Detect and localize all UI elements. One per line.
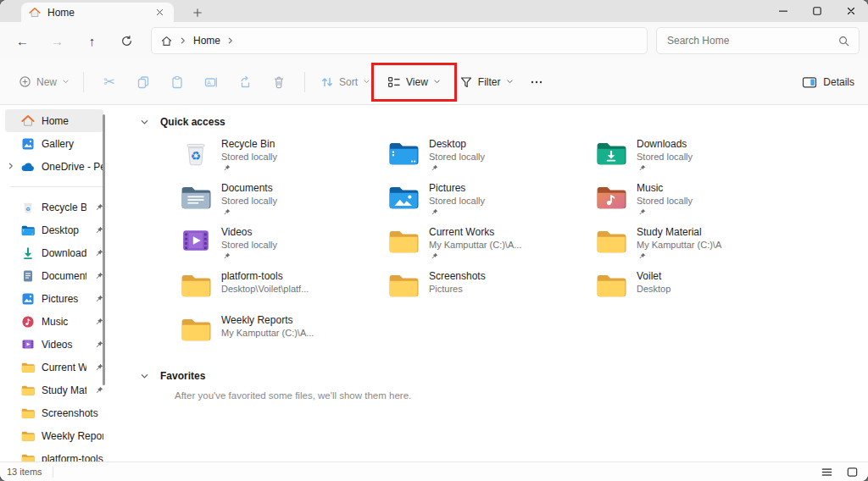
sidebar-item-label: Recycle Bin: [42, 202, 86, 213]
refresh-button[interactable]: [113, 26, 142, 55]
tile-pictures[interactable]: Pictures Stored locally: [388, 180, 596, 224]
pin-icon: [431, 208, 438, 216]
sidebar-item-recycle-bin[interactable]: Recycle Bin: [5, 196, 103, 218]
tile-study-material[interactable]: Study Material My Kamputtar (C:)\A: [596, 224, 804, 268]
sidebar-item-desktop[interactable]: Desktop: [5, 218, 103, 241]
tile-weekly-reports[interactable]: Weekly Reports My Kamputtar (C:)\A...: [181, 312, 388, 357]
share-button[interactable]: [228, 67, 262, 97]
chevron-right-icon[interactable]: [226, 36, 235, 45]
paste-icon: [170, 75, 184, 89]
downloads-folder-icon: [596, 140, 626, 165]
sort-button[interactable]: Sort: [314, 67, 377, 97]
sidebar-divider: [10, 186, 104, 187]
cut-button[interactable]: ✂: [92, 67, 126, 97]
sidebar-item-pictures[interactable]: Pictures: [5, 287, 103, 310]
new-label: New: [36, 76, 57, 88]
view-button[interactable]: View: [377, 67, 451, 97]
sidebar-item-weekly-reports[interactable]: Weekly Reports: [5, 424, 103, 447]
back-button[interactable]: ←: [8, 26, 37, 55]
search-box[interactable]: [656, 27, 860, 54]
sidebar-item-documents[interactable]: Documents: [5, 264, 103, 287]
share-icon: [238, 75, 252, 89]
sidebar-item-home[interactable]: Home: [5, 109, 103, 132]
rename-button[interactable]: [194, 67, 228, 97]
documents-folder-icon: [181, 184, 211, 209]
filter-button[interactable]: Filter: [451, 67, 522, 97]
sort-label: Sort: [339, 76, 358, 88]
sidebar-item-music[interactable]: Music: [5, 310, 103, 333]
tile-voilet[interactable]: Voilet Desktop: [596, 268, 804, 312]
search-input[interactable]: [665, 34, 837, 47]
details-view-button[interactable]: [817, 465, 836, 479]
tile-platform-tools[interactable]: platform-tools Desktop\Voilet\platf...: [181, 268, 388, 312]
new-tab-button[interactable]: [188, 4, 207, 21]
forward-button[interactable]: →: [43, 26, 72, 55]
search-icon[interactable]: [837, 35, 850, 47]
maximize-button[interactable]: [800, 0, 834, 22]
sidebar-item-label: Music: [42, 316, 86, 328]
tile-music[interactable]: Music Stored locally: [596, 180, 804, 224]
tab-close-icon[interactable]: [153, 6, 166, 19]
sidebar-item-study-material[interactable]: Study Materi: [5, 379, 103, 401]
home-icon: [29, 7, 41, 19]
sidebar-item-platform-tools[interactable]: platform-tools: [5, 447, 103, 462]
sidebar-item-gallery[interactable]: Gallery: [5, 132, 103, 155]
tile-videos[interactable]: Videos Stored locally: [181, 224, 388, 268]
new-button[interactable]: New: [14, 67, 75, 97]
chevron-down-icon: [363, 78, 370, 86]
view-icon: [387, 75, 401, 89]
paste-button[interactable]: [160, 67, 194, 97]
tile-desktop[interactable]: Desktop Stored locally: [388, 136, 596, 180]
sidebar-item-label: Current Worl: [42, 362, 86, 373]
more-options-button[interactable]: [522, 67, 551, 97]
refresh-icon: [120, 35, 133, 47]
details-button[interactable]: Details: [802, 67, 854, 97]
tile-documents[interactable]: Documents Stored locally: [181, 180, 388, 224]
folder-icon: [21, 430, 35, 441]
tab-title: Home: [47, 7, 153, 19]
chevron-right-icon: [179, 36, 187, 45]
music-folder-icon: [596, 184, 626, 209]
sidebar-scrollbar[interactable]: [103, 114, 105, 385]
favorites-header[interactable]: Favorites: [140, 365, 868, 387]
sidebar-item-downloads[interactable]: Downloads: [5, 241, 103, 264]
tile-downloads[interactable]: Downloads Stored locally: [596, 136, 804, 180]
sidebar-item-screenshots[interactable]: Screenshots: [5, 401, 103, 424]
sidebar-item-videos[interactable]: Videos: [5, 333, 103, 356]
copy-button[interactable]: [126, 67, 160, 97]
quick-access-grid: Recycle Bin Stored locally Desktop Store…: [181, 136, 868, 357]
chevron-right-icon[interactable]: [7, 162, 15, 170]
sidebar-item-current-work[interactable]: Current Worl: [5, 356, 103, 379]
quick-access-header[interactable]: Quick access: [140, 111, 868, 133]
sidebar-item-label: Home: [42, 115, 103, 127]
up-button[interactable]: ↑: [78, 26, 107, 55]
tile-recycle-bin[interactable]: Recycle Bin Stored locally: [181, 136, 388, 180]
thumbnail-view-icon: [846, 466, 859, 478]
plus-icon: [193, 8, 202, 17]
tab-home[interactable]: Home: [21, 3, 174, 22]
tile-current-works[interactable]: Current Works My Kamputtar (C:)\A...: [388, 224, 596, 268]
address-bar[interactable]: Home: [151, 27, 648, 54]
chevron-down-icon[interactable]: [140, 372, 149, 381]
sidebar-item-label: OneDrive - Pers: [42, 161, 103, 173]
pin-icon: [223, 208, 231, 216]
minimize-button[interactable]: [766, 0, 800, 22]
chevron-down-icon[interactable]: [140, 118, 149, 127]
close-button[interactable]: [834, 0, 868, 22]
window-controls: [766, 0, 868, 22]
delete-button[interactable]: [262, 67, 296, 97]
sidebar-item-onedrive[interactable]: OneDrive - Pers: [5, 155, 103, 178]
folder-icon: [21, 362, 35, 373]
navigation-pane: Home Gallery OneDrive - Pers Recycle Bin…: [0, 106, 114, 462]
folder-icon: [181, 316, 211, 341]
details-pane-icon: [802, 75, 817, 89]
large-icons-view-button[interactable]: [843, 465, 861, 479]
breadcrumb[interactable]: Home: [193, 35, 220, 47]
pin-icon: [223, 164, 231, 172]
home-breadcrumb-icon[interactable]: [160, 35, 173, 47]
tile-screenshots[interactable]: Screenshots Pictures: [388, 268, 596, 312]
sidebar-item-label: Gallery: [42, 138, 103, 150]
toolbar-divider: [83, 72, 84, 92]
navigation-bar: ← → ↑ Home: [0, 22, 868, 59]
filter-label: Filter: [478, 76, 501, 88]
